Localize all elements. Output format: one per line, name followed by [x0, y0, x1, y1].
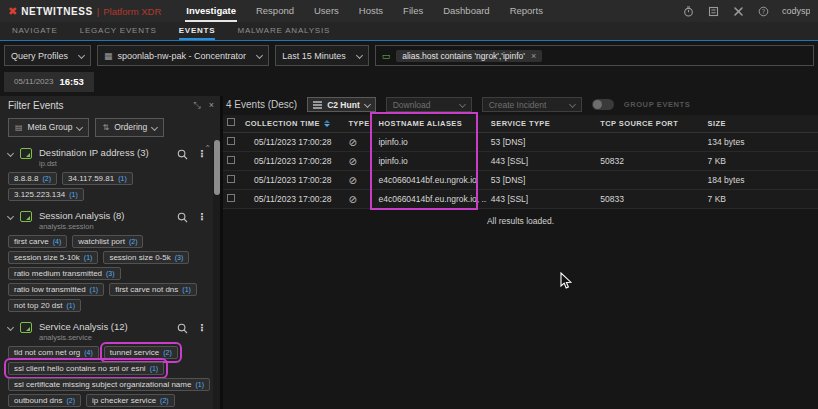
column-group-dropdown[interactable]: C2 Hunt [307, 97, 376, 112]
column-group-icon [313, 101, 322, 109]
row-checkbox[interactable] [227, 156, 235, 164]
filter-panel-controls: ▤ Meta Group ⇅ Ordering [0, 113, 220, 143]
column-header-service-type[interactable]: SERVICE TYPE [487, 115, 596, 133]
time-range-dropdown[interactable]: Last 15 Minutes [275, 45, 369, 66]
search-icon[interactable] [177, 212, 188, 223]
chevron-down-icon [151, 123, 158, 130]
table-row[interactable]: 05/11/2023 17:00:28⊘e4c0660414bf.eu.ngro… [223, 171, 818, 190]
table-row[interactable]: 05/11/2023 17:00:28⊘e4c0660414bf.eu.ngro… [223, 190, 818, 209]
network-session-icon: ⊘ [348, 194, 356, 205]
query-builder-input[interactable]: ▭ alias.host contains 'ngrok','ipinfo' × [375, 45, 814, 66]
nav-item-files[interactable]: Files [402, 0, 424, 22]
download-dropdown[interactable]: Download [386, 97, 472, 112]
column-header-collection-time[interactable]: COLLECTION TIME [241, 115, 344, 133]
meta-value-pill-ratio-medium-transmitted[interactable]: ratio medium transmitted(3) [8, 267, 121, 280]
row-checkbox-cell [223, 171, 241, 190]
row-checkbox[interactable] [227, 175, 235, 183]
nav-item-dashboard[interactable]: Dashboard [442, 0, 490, 22]
subnav-item-legacy-events[interactable]: LEGACY EVENTS [80, 22, 157, 40]
ordering-dropdown[interactable]: ⇅ Ordering [95, 118, 164, 137]
meta-group-dropdown[interactable]: ▤ Meta Group [8, 118, 89, 137]
meta-value-pill-session-size-0-5k[interactable]: session size 0-5k(3) [103, 251, 189, 264]
row-checkbox[interactable] [227, 194, 235, 202]
meta-value-pill-ssl-client-hello-contains-no-sni-or-esni[interactable]: ssl client hello contains no sni or esni… [8, 362, 164, 375]
meta-value-pill-tld-not-com-net-org[interactable]: tld not com net org(4) [8, 346, 99, 359]
column-header-size[interactable]: SIZE [704, 115, 818, 133]
chevron-down-icon [7, 149, 14, 156]
time-row: 05/11/2023 16:53 [0, 68, 818, 96]
meta-value-pill-8-8-8-8[interactable]: 8.8.8.8(2) [8, 172, 57, 185]
username[interactable]: codyspo [782, 6, 810, 16]
column-header-type[interactable]: TYPE [344, 115, 374, 133]
search-icon[interactable] [177, 323, 188, 334]
collapse-section-chevron[interactable]: ⌃ [204, 144, 211, 153]
row-type-cell: ⊘ [344, 133, 374, 152]
expand-panel-icon[interactable]: ⤡ [194, 100, 201, 111]
meta-value-pill-ssl-certificate-missing-subject-organizational-name[interactable]: ssl certificate missing subject organiza… [8, 378, 210, 391]
nav-item-reports[interactable]: Reports [509, 0, 544, 22]
row-type-cell: ⊘ [344, 190, 374, 209]
search-icon[interactable] [177, 149, 188, 160]
collection-time-label: COLLECTION TIME [245, 119, 320, 128]
meta-value-pill-watchlist-port[interactable]: watchlist port(2) [72, 235, 143, 248]
row-checkbox[interactable] [227, 137, 235, 145]
meta-value-pill-first-carve-not-dns[interactable]: first carve not dns(1) [109, 283, 197, 296]
meta-value-pill-3-125-223-134[interactable]: 3.125.223.134(1) [8, 188, 84, 201]
meta-value-count: (1) [90, 286, 99, 293]
group-events-toggle[interactable] [592, 99, 614, 110]
tools-icon[interactable] [732, 5, 744, 17]
brand-logo[interactable]: ✖ NETWITNESS | Platform XDR [8, 6, 161, 17]
service-dropdown[interactable]: ▦ spoonlab-nw-pak - Concentrator [97, 45, 269, 66]
create-incident-label: Create Incident [489, 100, 547, 110]
subnav-item-events[interactable]: EVENTS [179, 22, 216, 40]
meta-value-pill-ratio-low-transmitted[interactable]: ratio low transmitted(1) [8, 283, 104, 296]
query-filter-pill[interactable]: alias.host contains 'ngrok','ipinfo' × [396, 50, 542, 62]
column-header-tcp-source-port[interactable]: TCP SOURCE PORT [596, 115, 703, 133]
stopwatch-icon[interactable] [682, 5, 694, 17]
column-header-hostname-aliases[interactable]: HOSTNAME ALIASES [374, 115, 486, 133]
meta-section-header-ip-dst[interactable]: Destination IP address (3)ip.dst⋮ [0, 142, 213, 170]
meta-value-label: ratio low transmitted [14, 285, 86, 294]
meta-value-label: session size 5-10k [14, 253, 80, 262]
table-row[interactable]: 05/11/2023 17:00:28⊘ipinfo.io443 [SSL]50… [223, 152, 818, 171]
nav-item-users[interactable]: Users [313, 0, 340, 22]
nav-item-respond[interactable]: Respond [255, 0, 295, 22]
subnav-item-malware-analysis[interactable]: MALWARE ANALYSIS [237, 22, 330, 40]
create-incident-dropdown[interactable]: Create Incident [482, 97, 582, 112]
netwitness-app: ✖ NETWITNESS | Platform XDR InvestigateR… [0, 0, 818, 409]
meta-value-pill-first-carve[interactable]: first carve(4) [8, 235, 67, 248]
meta-value-pill-outbound-dns[interactable]: outbound dns(2) [8, 394, 81, 407]
report-icon[interactable] [707, 5, 719, 17]
meta-value-pill-not-top-20-dst[interactable]: not top 20 dst(1) [8, 299, 81, 312]
meta-section-header-analysis-session[interactable]: Session Analysis (8)analysis.session⋮ [0, 205, 213, 233]
kebab-menu-icon[interactable]: ⋮ [197, 212, 207, 222]
help-icon[interactable]: ? [757, 5, 769, 17]
meta-value-pill-session-size-5-10k[interactable]: session size 5-10k(1) [8, 251, 98, 264]
row-service-type: 53 [DNS] [487, 171, 596, 190]
events-table-header: COLLECTION TIME TYPE HOSTNAME ALIASES SE… [223, 115, 818, 133]
row-tcp-source-port: 50833 [596, 190, 703, 209]
row-type-cell: ⊘ [344, 152, 374, 171]
meta-value-pill-34-117-59-81[interactable]: 34.117.59.81(1) [62, 172, 133, 185]
table-row[interactable]: 05/11/2023 17:00:28⊘ipinfo.io53 [DNS]134… [223, 133, 818, 152]
row-checkbox-cell [223, 152, 241, 171]
select-all-checkbox[interactable] [227, 118, 235, 126]
remove-filter-icon[interactable]: × [531, 51, 536, 61]
query-profiles-dropdown[interactable]: Query Profiles [4, 45, 91, 66]
row-size: 184 bytes [704, 171, 818, 190]
kebab-menu-icon[interactable]: ⋮ [197, 323, 207, 333]
meta-value-label: 3.125.223.134 [14, 190, 65, 199]
meta-group-label: Meta Group [28, 122, 73, 132]
scrollbar-thumb[interactable] [214, 140, 220, 195]
subnav-item-navigate[interactable]: NAVIGATE [12, 22, 58, 40]
meta-section-header-analysis-service[interactable]: Service Analysis (12)analysis.service⋮ [0, 316, 213, 344]
meta-value-pill-tunnel-service[interactable]: tunnel service(2) [104, 346, 178, 359]
sort-indicator-icon[interactable] [324, 120, 330, 127]
nav-item-investigate[interactable]: Investigate [185, 0, 237, 22]
hostname-text: e4c0660414bf.eu.ngrok.io, ... [378, 194, 486, 204]
nav-item-hosts[interactable]: Hosts [358, 0, 384, 22]
svg-text:?: ? [761, 7, 764, 15]
meta-value-label: ssl client hello contains no sni or esni [14, 364, 146, 373]
close-panel-icon[interactable]: × [209, 100, 214, 110]
meta-value-pill-ip-checker-service[interactable]: ip checker service(2) [86, 394, 175, 407]
